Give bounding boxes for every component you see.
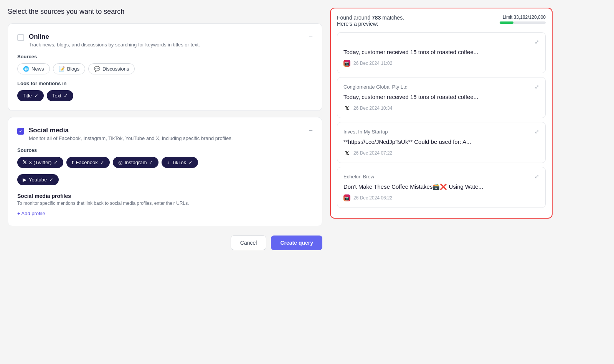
online-checkbox[interactable] — [17, 34, 24, 41]
tiktok-icon: ♪ — [167, 160, 170, 165]
action-row: Cancel Create query — [8, 236, 322, 250]
external-link-icon-3[interactable]: ⤢ — [535, 128, 539, 135]
source-pill-facebook[interactable]: f Facebook ✓ — [66, 157, 109, 168]
mention-text-chevron: ✓ — [64, 93, 68, 99]
result-card-4-header: Echelon Brew ⤢ — [343, 173, 539, 180]
online-sources-label: Sources — [17, 54, 313, 59]
result-card-2-source: Conglomerate Global Pty Ltd — [343, 84, 408, 90]
results-limit-block: Limit 33,182/120,000 — [500, 15, 546, 24]
social-description: Monitor all of Facebook, Instagram, TikT… — [29, 135, 233, 141]
result-card-3-title: **https://t.co/JNcdJpTsUk** Could be use… — [343, 138, 539, 146]
result-card-2-title: Today, customer received 15 tons of roas… — [343, 93, 539, 101]
instagram-chevron: ✓ — [149, 160, 153, 165]
progress-bar-container — [500, 21, 546, 24]
left-panel: Select the sources you want to search On… — [8, 8, 322, 250]
results-header: Found around 783 matches. Here's a previ… — [337, 15, 546, 27]
social-title: Social media — [29, 127, 233, 134]
online-description: Track news, blogs, and discussions by se… — [29, 42, 200, 48]
mention-row: Title ✓ Text ✓ — [17, 90, 313, 101]
social-checkbox[interactable]: ✓ — [17, 128, 24, 135]
external-link-icon-1[interactable]: ⤢ — [535, 39, 539, 45]
source-pill-instagram[interactable]: ◎ Instagram ✓ — [113, 157, 159, 168]
social-header-left: ✓ Social media Monitor all of Facebook, … — [17, 127, 233, 141]
online-sources-row: 🌐 News 📝 Blogs 💬 Discussions — [17, 63, 313, 74]
external-link-icon-2[interactable]: ⤢ — [535, 84, 539, 90]
facebook-label: Facebook — [76, 160, 98, 165]
source-pill-discussions[interactable]: 💬 Discussions — [88, 63, 135, 74]
source-pill-blogs[interactable]: 📝 Blogs — [53, 63, 86, 74]
results-container: Found around 783 matches. Here's a previ… — [330, 8, 553, 219]
x-twitter-label: X (Twitter) — [29, 160, 51, 165]
progress-bar-fill — [500, 21, 513, 24]
social-section-header: ✓ Social media Monitor all of Facebook, … — [17, 127, 313, 141]
blogs-icon: 📝 — [59, 66, 65, 71]
result-card-1-header: ⤢ — [343, 39, 539, 45]
news-icon: 🌐 — [23, 66, 29, 71]
result-card-2-platform-icon: 𝕏 — [343, 105, 350, 112]
mention-text-pill[interactable]: Text ✓ — [47, 90, 73, 101]
online-section-header: Online Track news, blogs, and discussion… — [17, 33, 313, 48]
results-found-block: Found around 783 matches. Here's a previ… — [337, 15, 404, 27]
social-profiles-section: Social media profiles To monitor specifi… — [17, 193, 313, 217]
result-card-4: Echelon Brew ⤢ Don't Make These Coffee M… — [337, 167, 546, 208]
social-profiles-desc: To monitor specific mentions that link b… — [17, 201, 313, 206]
page-title: Select the sources you want to search — [8, 8, 322, 16]
result-card-3-footer: 𝕏 26 Dec 2024 07:22 — [343, 150, 539, 156]
result-card-3-header: Invest In My Startup ⤢ — [343, 128, 539, 135]
result-card-3-source: Invest In My Startup — [343, 129, 388, 135]
source-pill-youtube[interactable]: ▶ Youtube ✓ — [17, 174, 59, 185]
x-twitter-icon: 𝕏 — [23, 160, 26, 165]
match-count: 783 — [372, 15, 381, 21]
create-query-button[interactable]: Create query — [271, 236, 322, 250]
social-profiles-title: Social media profiles — [17, 193, 313, 199]
instagram-label: Instagram — [125, 160, 147, 165]
result-card-3-platform-icon: 𝕏 — [343, 150, 350, 156]
mention-text-label: Text — [52, 93, 61, 99]
add-profile-link[interactable]: + Add profile — [17, 211, 45, 216]
social-section-card: ✓ Social media Monitor all of Facebook, … — [8, 117, 322, 226]
result-card-1-footer: 📷 26 Dec 2024 11:02 — [343, 60, 539, 67]
mention-title-pill[interactable]: Title ✓ — [17, 90, 44, 101]
result-card-4-platform-icon: 📷 — [343, 194, 350, 201]
online-collapse-icon[interactable]: − — [309, 33, 313, 41]
external-link-icon-4[interactable]: ⤢ — [535, 173, 539, 180]
youtube-icon: ▶ — [23, 177, 26, 182]
source-pill-news[interactable]: 🌐 News — [17, 63, 50, 74]
result-card-2-header: Conglomerate Global Pty Ltd ⤢ — [343, 84, 539, 90]
online-title-block: Online Track news, blogs, and discussion… — [29, 33, 200, 48]
results-preview-label: Here's a preview: — [337, 21, 404, 27]
source-pill-tiktok[interactable]: ♪ TikTok ✓ — [162, 157, 198, 168]
result-card-1-platform-icon: 📷 — [343, 60, 350, 67]
social-sources-row: 𝕏 X (Twitter) ✓ f Facebook ✓ ◎ Instagram… — [17, 157, 313, 168]
source-pill-x-twitter[interactable]: 𝕏 X (Twitter) ✓ — [17, 157, 63, 168]
online-header-left: Online Track news, blogs, and discussion… — [17, 33, 200, 48]
right-panel: Found around 783 matches. Here's a previ… — [330, 8, 553, 250]
mention-title-chevron: ✓ — [34, 93, 38, 99]
facebook-chevron: ✓ — [100, 160, 104, 165]
result-card-3-date: 26 Dec 2024 07:22 — [353, 150, 392, 156]
tiktok-chevron: ✓ — [188, 160, 193, 165]
youtube-label: Youtube — [29, 177, 47, 183]
source-pill-blogs-label: Blogs — [67, 66, 80, 72]
match-suffix: matches. — [382, 15, 404, 21]
result-card-1-title: Today, customer received 15 tons of roas… — [343, 48, 539, 56]
result-card-2-footer: 𝕏 26 Dec 2024 10:34 — [343, 105, 539, 112]
tiktok-label: TikTok — [172, 160, 186, 165]
result-card-1-date: 26 Dec 2024 11:02 — [353, 61, 392, 66]
results-limit-text: Limit 33,182/120,000 — [500, 15, 546, 20]
online-section-card: Online Track news, blogs, and discussion… — [8, 23, 322, 111]
results-found-text: Found around 783 matches. — [337, 15, 404, 21]
result-card-3: Invest In My Startup ⤢ **https://t.co/JN… — [337, 122, 546, 163]
cancel-button[interactable]: Cancel — [231, 236, 267, 250]
look-for-label: Look for mentions in — [17, 81, 313, 86]
instagram-icon: ◎ — [118, 160, 122, 165]
result-card-4-source: Echelon Brew — [343, 174, 374, 180]
mention-title-label: Title — [23, 93, 32, 99]
social-title-block: Social media Monitor all of Facebook, In… — [29, 127, 233, 141]
source-pill-discussions-label: Discussions — [102, 66, 129, 72]
social-collapse-icon[interactable]: − — [309, 127, 313, 135]
source-pill-news-label: News — [31, 66, 44, 72]
result-card-1: ⤢ Today, customer received 15 tons of ro… — [337, 32, 546, 73]
social-sources-label: Sources — [17, 147, 313, 153]
online-title: Online — [29, 33, 200, 41]
